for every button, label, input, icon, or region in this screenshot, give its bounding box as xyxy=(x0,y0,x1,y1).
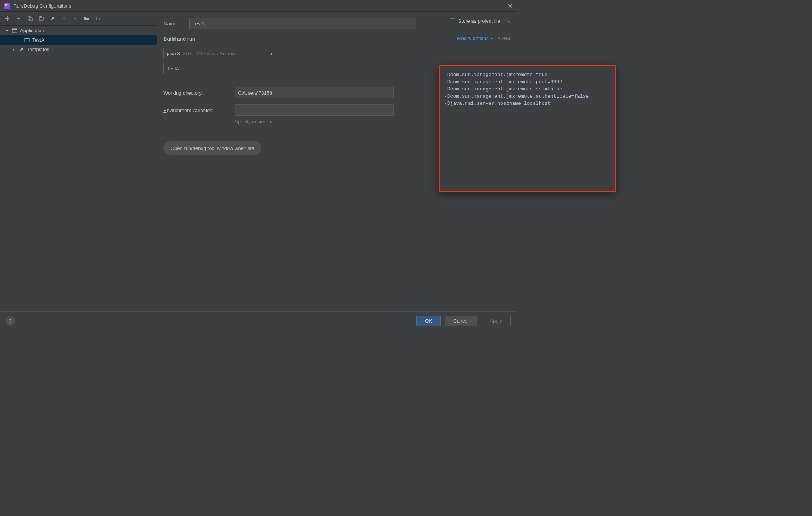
tree-node-application[interactable]: ▾ Application xyxy=(0,26,157,35)
run-config-icon xyxy=(24,37,30,43)
run-debug-dialog: Run/Debug Configurations ✕ ▾ Application xyxy=(0,0,516,330)
tree-label: Templates xyxy=(27,47,49,52)
copy-icon[interactable] xyxy=(27,16,33,22)
remove-icon[interactable] xyxy=(16,16,22,22)
config-toolbar xyxy=(0,12,157,25)
svg-rect-4 xyxy=(12,29,17,30)
up-icon[interactable] xyxy=(61,16,67,22)
env-input[interactable] xyxy=(235,104,394,116)
name-label: Name: xyxy=(163,21,189,27)
vm-options-text[interactable]: -Dcom.sun.management.jmxremote=true -Dco… xyxy=(444,71,610,107)
wrench-icon xyxy=(19,47,25,53)
tree-node-templates[interactable]: ▸ Templates xyxy=(0,45,157,54)
checkbox-icon[interactable] xyxy=(450,18,455,23)
store-as-project-file[interactable]: Store as project file xyxy=(450,18,511,24)
dialog-title: Run/Debug Configurations xyxy=(13,3,507,9)
vm-options-popup[interactable]: -Dcom.sun.management.jmxremote=true -Dco… xyxy=(439,65,616,192)
store-label: Store as project file xyxy=(458,18,500,24)
apply-button[interactable]: Apply xyxy=(481,316,511,326)
ok-button[interactable]: OK xyxy=(416,316,441,326)
modify-options-link[interactable]: Modify options xyxy=(457,36,489,41)
cancel-button[interactable]: Cancel xyxy=(445,316,477,326)
dialog-body: ▾ Application TestA ▸ Templates Store a xyxy=(0,12,516,311)
main-class-input[interactable]: TestA xyxy=(163,63,375,74)
svg-rect-2 xyxy=(40,17,42,18)
chevron-down-icon: ▾ xyxy=(4,28,9,33)
svg-rect-1 xyxy=(29,18,32,21)
open-tool-window-option[interactable]: Open run/debug tool window when sta xyxy=(163,141,261,155)
wrench-icon[interactable] xyxy=(50,16,56,22)
jdk-row: java 8 SDK of 'TestJavaSe' moc ▼ xyxy=(163,48,510,59)
modify-options[interactable]: Modify options ▾ Alt+M xyxy=(457,36,510,41)
jdk-desc: SDK of 'TestJavaSe' moc xyxy=(182,51,268,56)
titlebar: Run/Debug Configurations ✕ xyxy=(0,0,516,12)
application-icon xyxy=(12,28,18,34)
chevron-down-icon: ▾ xyxy=(491,36,493,41)
chevron-down-icon: ▼ xyxy=(270,51,274,56)
save-icon[interactable] xyxy=(38,16,44,22)
config-form: Store as project file Modify options ▾ A… xyxy=(157,12,516,311)
tree-node-testa[interactable]: TestA xyxy=(0,35,157,45)
config-tree: ▾ Application TestA ▸ Templates xyxy=(0,25,157,311)
close-icon[interactable]: ✕ xyxy=(507,2,512,9)
env-label: Environment variables: xyxy=(163,108,235,113)
down-icon[interactable] xyxy=(72,16,78,22)
name-input[interactable]: TestA xyxy=(189,18,416,29)
svg-rect-6 xyxy=(25,38,29,39)
jdk-value: java 8 xyxy=(167,51,180,56)
sort-icon[interactable] xyxy=(95,16,101,22)
dialog-footer: ? OK Cancel Apply xyxy=(0,311,516,330)
env-hint: Specify environm xyxy=(235,119,272,125)
working-dir-label: Working directory: xyxy=(163,90,235,96)
svg-point-7 xyxy=(507,20,509,22)
tree-label: Application xyxy=(20,28,44,33)
configurations-pane: ▾ Application TestA ▸ Templates xyxy=(0,12,157,311)
chevron-right-icon: ▸ xyxy=(11,47,16,51)
working-dir-input[interactable]: C:\Users\73158 xyxy=(235,87,394,98)
kb-hint: Alt+M xyxy=(497,36,510,41)
intellij-icon xyxy=(4,3,10,9)
tree-label: TestA xyxy=(32,37,45,43)
gear-icon[interactable] xyxy=(505,18,511,24)
folder-collapse-icon[interactable] xyxy=(84,16,90,22)
jdk-select[interactable]: java 8 SDK of 'TestJavaSe' moc ▼ xyxy=(163,48,277,59)
add-icon[interactable] xyxy=(4,16,10,22)
help-icon[interactable]: ? xyxy=(6,316,15,326)
